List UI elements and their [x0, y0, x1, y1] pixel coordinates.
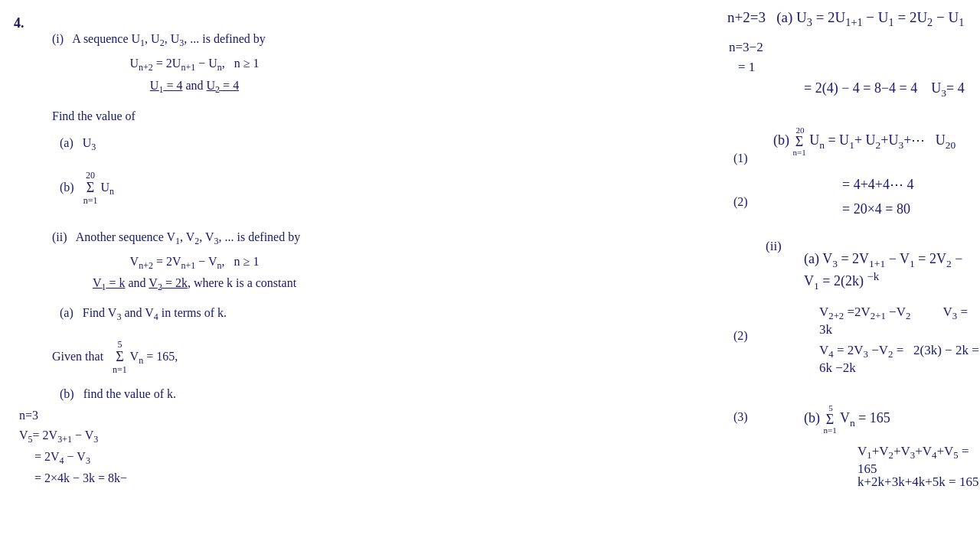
initial-conditions: U1 = 4 and U2 = 4 — [52, 79, 337, 96]
hw-line2: n=3−2 — [729, 40, 763, 55]
hw-line4: = 2(4) − 4 = 8−4 = 4 U3= 4 — [804, 80, 965, 99]
hw-line7: = 20×4 = 80 — [842, 201, 910, 217]
question-number: 4. — [14, 15, 24, 31]
hw-line14: V1+V2+V3+V4+V5 = 165 — [858, 444, 980, 477]
label-2b: (2) — [733, 329, 748, 343]
label-1: (1) — [733, 152, 748, 165]
find-value-text: Find the value of — [52, 106, 337, 126]
hw-line8: (a) V3 = 2V1+1 − V1 = 2V2 − V1 = 2(2k) −… — [804, 251, 980, 292]
label-3: (3) — [733, 410, 748, 424]
label-2: (2) — [733, 195, 748, 209]
part-i: (i) A sequence U1, U2, U3, ... is define… — [52, 29, 337, 206]
hw-line10: V2+2 =2V2+1 −V2 V3 = 3k — [819, 305, 980, 337]
part-i-label: (i) A sequence U1, U2, U3, ... is define… — [52, 32, 266, 45]
recurrence-relation: Un+2 = 2Un+1 − Un, n ≥ 1 — [52, 57, 337, 73]
part-ii-label: (ii) Another sequence V1, V2, V3, ... is… — [52, 230, 300, 243]
part-ii: (ii) Another sequence V1, V2, V3, ... is… — [52, 227, 337, 404]
left-panel: 4. (i) A sequence U1, U2, U3, ... is def… — [0, 0, 360, 551]
hw-line15: k+2k+3k+4k+5k = 165 — [858, 474, 978, 490]
hw-line6: = 4+4+4⋯ 4 — [842, 176, 913, 193]
hw-line13: (b) 5 Σ n=1 Vn = 165 — [804, 404, 890, 435]
hw-line3: = 1 — [738, 60, 755, 75]
right-panel: n+2=3 (a) U3 = 2U1+1 − U1 = 2U2 − U1 n=3… — [360, 0, 980, 551]
given-sum: Given that 5 Σ n=1 Vn = 165, — [52, 340, 337, 375]
sub-a-label: (a) U3 — [60, 133, 337, 155]
hw-line11: V4 = 2V3 −V2 = 2(3k) − 2k = 6k −2k — [819, 343, 980, 376]
hw-line1: n+2=3 (a) U3 = 2U1+1 − U1 = 2U2 − U1 — [727, 9, 964, 29]
initial-ii: V1 = k and V2 = 2k, where k is a constan… — [52, 276, 337, 293]
hw-label-ii: (ii) — [766, 239, 782, 254]
recurrence-ii: Vn+2 = 2Vn+1 − Vn, n ≥ 1 — [52, 255, 337, 272]
page: 4. (i) A sequence U1, U2, U3, ... is def… — [0, 0, 980, 551]
sub-b-label: (b) 20 Σ n=1 Un — [60, 171, 337, 206]
sub-b-ii-label: (b) find the value of k. — [60, 384, 337, 404]
hw-line5: (b) 20 Σ n=1 Un = U1+ U2+U3+⋯ U20 — [773, 126, 956, 157]
sub-a-ii-label: (a) Find V3 and V4 in terms of k. — [60, 303, 337, 324]
handwritten-working-bottom: n=3 V5= 2V3+1 − V3 = 2V4 − V3 = 2×4k − 3… — [19, 406, 127, 488]
